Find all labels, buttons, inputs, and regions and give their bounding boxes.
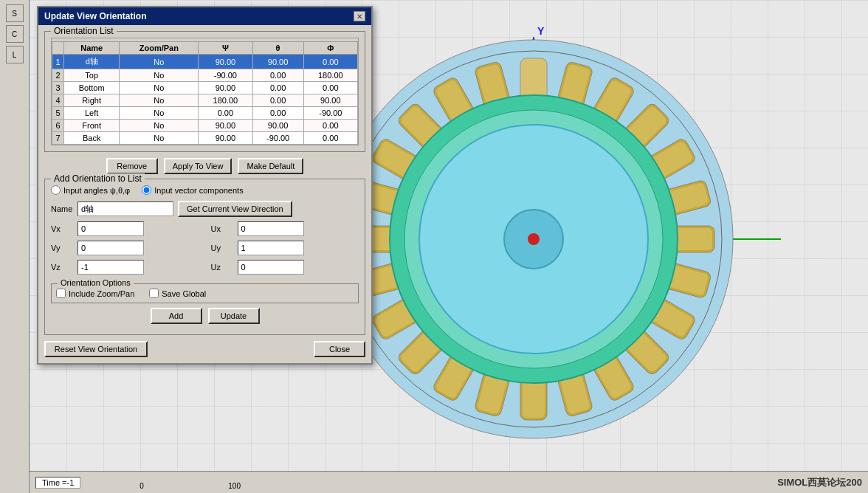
brand-text: SIMOL西莫论坛200: [777, 476, 862, 489]
row-zoom: No: [120, 69, 199, 82]
name-input[interactable]: [78, 201, 173, 216]
sidebar-icon-c[interactable]: C: [6, 25, 24, 43]
add-orientation-group: Add Orientation to List Input angles ψ,θ…: [44, 179, 365, 335]
apply-to-view-button[interactable]: Apply To View: [164, 158, 232, 174]
uz-label: Uz: [211, 263, 233, 272]
update-button[interactable]: Update: [208, 308, 260, 324]
row-psi: 90.00: [199, 55, 252, 69]
dialog-close-button[interactable]: ✕: [354, 11, 365, 21]
row-theta: 90.00: [252, 55, 303, 69]
orientation-action-buttons: Remove Apply To View Make Default: [44, 158, 365, 174]
row-theta: 90.00: [252, 120, 303, 132]
reset-view-button[interactable]: Reset View Orientation: [44, 341, 148, 357]
time-section: Time =-1: [35, 477, 80, 489]
row-psi: 90.00: [199, 132, 252, 145]
uy-input[interactable]: [238, 241, 304, 255]
orientation-list-group: Orientation List Name Zoom/Pan Ψ θ Φ: [44, 31, 365, 152]
row-zoom: No: [120, 82, 199, 94]
ruler-area: 0 100: [80, 472, 777, 493]
radio-angles-label[interactable]: Input angles ψ,θ,φ: [51, 185, 130, 195]
ux-row: Ux: [211, 221, 359, 236]
row-psi: 0.00: [199, 107, 252, 120]
col-zoom: Zoom/Pan: [120, 42, 199, 55]
get-current-view-button[interactable]: Get Current View Direction: [178, 201, 292, 217]
row-num: 1: [52, 55, 64, 69]
table-row[interactable]: 3 Bottom No 90.00 0.00 0.00: [52, 82, 358, 94]
row-zoom: No: [120, 107, 199, 120]
vector-fields: Vx Vy Vz Ux: [51, 221, 359, 279]
orientation-table-scroll[interactable]: Name Zoom/Pan Ψ θ Φ 1 d轴 No 90.00 90.00 …: [51, 38, 359, 145]
radio-angles-input[interactable]: [51, 185, 61, 195]
table-row[interactable]: 6 Front No 90.00 90.00 0.00: [52, 120, 358, 132]
row-name: d轴: [64, 55, 120, 69]
add-orientation-label: Add Orientation to List: [51, 173, 145, 184]
include-zoom-label[interactable]: Include Zoom/Pan: [56, 289, 134, 298]
row-phi: 0.00: [303, 120, 357, 132]
row-phi: 0.00: [303, 55, 357, 69]
name-row: Name Get Current View Direction: [51, 201, 359, 217]
uy-row: Uy: [211, 241, 359, 255]
row-zoom: No: [120, 94, 199, 107]
ruler-100: 100: [228, 482, 241, 490]
row-phi: 0.00: [303, 82, 357, 94]
row-zoom: No: [120, 120, 199, 132]
row-num: 2: [52, 69, 64, 82]
row-num: 5: [52, 107, 64, 120]
time-display: Time =-1: [35, 477, 80, 489]
row-psi: 90.00: [199, 120, 252, 132]
table-row[interactable]: 1 d轴 No 90.00 90.00 0.00: [52, 55, 358, 69]
col-num: [52, 42, 64, 55]
make-default-button[interactable]: Make Default: [238, 158, 303, 174]
table-row[interactable]: 2 Top No -90.00 0.00 180.00: [52, 69, 358, 82]
row-name: Back: [64, 132, 120, 145]
vz-row: Vz: [51, 260, 199, 275]
row-theta: 0.00: [252, 82, 303, 94]
save-global-checkbox[interactable]: [149, 289, 159, 298]
ruler-0: 0: [140, 482, 144, 490]
ux-input[interactable]: [238, 221, 304, 236]
orientation-list-label: Orientation List: [51, 26, 117, 36]
save-global-label[interactable]: Save Global: [149, 289, 206, 298]
include-zoom-text: Include Zoom/Pan: [69, 289, 134, 298]
dialog-content: Orientation List Name Zoom/Pan Ψ θ Φ: [38, 25, 371, 363]
table-row[interactable]: 4 Right No 180.00 0.00 90.00: [52, 94, 358, 107]
row-name: Left: [64, 107, 120, 120]
radio-vector-label[interactable]: Input vector components: [142, 185, 243, 195]
vx-row: Vx: [51, 221, 199, 236]
row-phi: 0.00: [303, 132, 357, 145]
include-zoom-checkbox[interactable]: [56, 289, 66, 298]
row-theta: 0.00: [252, 94, 303, 107]
u-fields: Ux Uy Uz: [211, 221, 359, 279]
vz-input[interactable]: [78, 260, 144, 275]
vy-row: Vy: [51, 241, 199, 255]
uz-input[interactable]: [238, 260, 304, 275]
close-button[interactable]: Close: [314, 341, 365, 357]
orientation-options-label: Orientation Options: [58, 278, 134, 287]
vy-input[interactable]: [78, 241, 144, 255]
radio-vector-input[interactable]: [142, 185, 151, 195]
row-theta: 0.00: [252, 69, 303, 82]
vx-input[interactable]: [78, 221, 144, 236]
row-zoom: No: [120, 132, 199, 145]
row-psi: 90.00: [199, 82, 252, 94]
col-phi: Φ: [303, 42, 357, 55]
table-row[interactable]: 7 Back No 90.00 -90.00 0.00: [52, 132, 358, 145]
ux-label: Ux: [211, 224, 233, 233]
radio-angles-text: Input angles ψ,θ,φ: [63, 186, 130, 195]
sidebar-icon-l[interactable]: L: [6, 46, 24, 63]
remove-button[interactable]: Remove: [106, 158, 158, 174]
v-fields: Vx Vy Vz: [51, 221, 199, 279]
col-name: Name: [64, 42, 120, 55]
table-row[interactable]: 5 Left No 0.00 0.00 -90.00: [52, 107, 358, 120]
row-psi: -90.00: [199, 69, 252, 82]
add-button[interactable]: Add: [151, 308, 202, 324]
save-global-text: Save Global: [162, 289, 206, 298]
sidebar-icon-s[interactable]: S: [6, 4, 24, 22]
radio-vector-text: Input vector components: [154, 186, 243, 195]
orientation-table: Name Zoom/Pan Ψ θ Φ 1 d轴 No 90.00 90.00 …: [52, 41, 358, 145]
options-checkboxes: Include Zoom/Pan Save Global: [56, 289, 354, 298]
vz-label: Vz: [51, 263, 73, 272]
add-update-buttons: Add Update: [51, 308, 359, 324]
uz-row: Uz: [211, 260, 359, 275]
uy-label: Uy: [211, 244, 233, 252]
